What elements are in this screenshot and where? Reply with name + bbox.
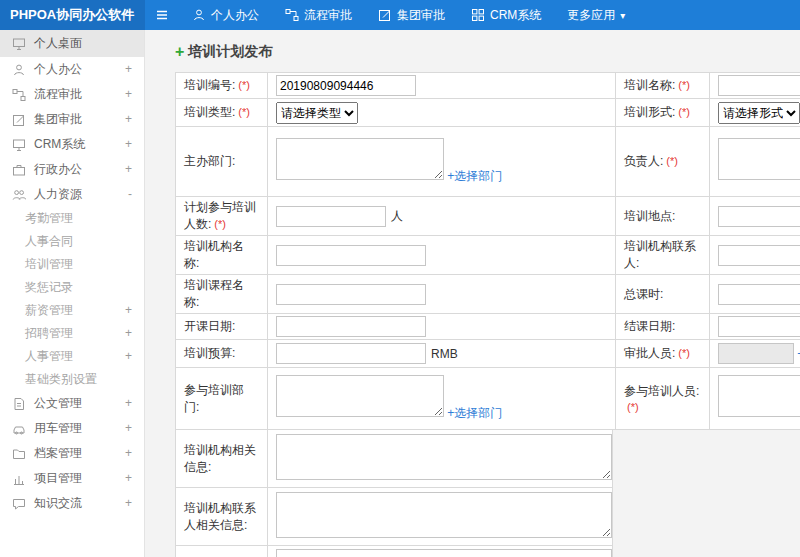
- required-mark: (*): [214, 218, 226, 230]
- sidebar-item-recruitment-management[interactable]: 招聘管理 +: [0, 322, 144, 345]
- nav-item-group-approval[interactable]: 集团审批: [365, 0, 458, 30]
- training-form-table-bottom: 培训机构相关信息: 培训机构联系人相关信息: 培训要求: 附件资料:: [175, 429, 613, 557]
- required-mark: (*): [678, 79, 690, 91]
- main-content: + 培训计划发布 培训编号:(*) 培训名称:(*) 培训类型:(*) 请选择类…: [145, 30, 800, 557]
- training-org-contact-input[interactable]: [718, 245, 800, 266]
- grid-icon: [471, 8, 485, 22]
- sidebar-item-salary-management[interactable]: 薪资管理 +: [0, 299, 144, 322]
- nav-label: 流程审批: [304, 7, 352, 24]
- training-location-input[interactable]: [718, 206, 800, 227]
- sidebar-item-basic-category-settings[interactable]: 基础类别设置: [0, 368, 144, 391]
- leader-textarea[interactable]: [718, 138, 800, 180]
- training-requirements-textarea[interactable]: [276, 549, 612, 557]
- sidebar-item-personal-office[interactable]: 个人办公 +: [0, 57, 144, 82]
- nav-item-personal-office[interactable]: 个人办公: [179, 0, 272, 30]
- car-icon: [12, 422, 26, 436]
- field-cell: RMB: [268, 340, 616, 368]
- sidebar-item-group-approval[interactable]: 集团审批 +: [0, 107, 144, 132]
- field-label: 培训课程名称:: [176, 275, 268, 314]
- field-cell: [268, 275, 616, 314]
- field-label-text: 结课日期:: [624, 319, 675, 333]
- add-icon: +: [175, 45, 184, 59]
- training-org-name-input[interactable]: [276, 245, 426, 266]
- field-cell: 人: [268, 197, 616, 236]
- required-mark: (*): [238, 106, 250, 118]
- sidebar-label: 公文管理: [34, 391, 82, 416]
- org-contact-info-textarea[interactable]: [276, 492, 612, 538]
- hamburger-menu-button[interactable]: [145, 0, 179, 30]
- field-cell: 请选择类型: [268, 99, 616, 127]
- nav-item-crm-system[interactable]: CRM系统: [458, 0, 554, 30]
- sidebar-item-human-resources[interactable]: 人力资源 -: [0, 182, 144, 207]
- org-info-textarea[interactable]: [276, 434, 612, 480]
- field-label: 培训名称:(*): [616, 73, 710, 99]
- field-cell: [710, 236, 800, 275]
- end-date-input[interactable]: [718, 316, 800, 337]
- budget-input[interactable]: [276, 343, 426, 364]
- top-nav: 个人办公 流程审批 集团审批 CRM系统 更多应用 ▾: [179, 0, 638, 30]
- field-label: 审批人员:(*): [616, 340, 710, 368]
- training-form-select[interactable]: 请选择形式: [718, 102, 800, 124]
- field-label: 培训机构相关信息:: [176, 430, 268, 488]
- field-label-text: 负责人:: [624, 154, 663, 168]
- training-number-input[interactable]: [276, 75, 416, 96]
- field-label: 培训要求:: [176, 546, 268, 557]
- nav-item-workflow-approval[interactable]: 流程审批: [272, 0, 365, 30]
- field-cell: [268, 314, 616, 340]
- sidebar-label: 奖惩记录: [25, 276, 73, 299]
- planned-participants-input[interactable]: [276, 206, 386, 227]
- required-mark: (*): [238, 79, 250, 91]
- participants-textarea[interactable]: [718, 375, 800, 417]
- field-label-text: 主办部门:: [184, 154, 235, 168]
- sidebar-label: 集团审批: [34, 107, 82, 132]
- sidebar-item-personnel-contract[interactable]: 人事合同: [0, 230, 144, 253]
- total-hours-input[interactable]: [718, 284, 800, 305]
- required-mark: (*): [678, 347, 690, 359]
- field-cell: +选择审批人员: [710, 340, 800, 368]
- sidebar-item-archive-management[interactable]: 档案管理 +: [0, 441, 144, 466]
- field-cell: [710, 275, 800, 314]
- host-department-textarea[interactable]: [276, 138, 444, 180]
- nav-label: CRM系统: [490, 7, 541, 24]
- sidebar-item-workflow-approval[interactable]: 流程审批 +: [0, 82, 144, 107]
- approver-input[interactable]: [718, 343, 794, 364]
- sidebar-item-personnel-management[interactable]: 人事管理 +: [0, 345, 144, 368]
- briefcase-icon: [12, 163, 26, 177]
- field-label: 培训地点:: [616, 197, 710, 236]
- field-cell: 请选择形式: [710, 99, 800, 127]
- course-name-input[interactable]: [276, 284, 426, 305]
- expand-indicator: +: [125, 441, 132, 466]
- workflow-icon: [285, 8, 299, 22]
- sidebar-item-admin-office[interactable]: 行政办公 +: [0, 157, 144, 182]
- expand-indicator: +: [125, 416, 132, 441]
- required-mark: (*): [678, 106, 690, 118]
- people-icon: [12, 188, 26, 202]
- sidebar-item-crm-system[interactable]: CRM系统 +: [0, 132, 144, 157]
- expand-indicator: +: [125, 322, 132, 345]
- training-type-select[interactable]: 请选择类型: [276, 102, 358, 124]
- sidebar-label: 个人办公: [34, 57, 82, 82]
- sidebar-item-attendance-management[interactable]: 考勤管理: [0, 207, 144, 230]
- field-cell: [268, 546, 613, 557]
- sidebar-item-training-management[interactable]: 培训管理: [0, 253, 144, 276]
- sidebar-item-knowledge-exchange[interactable]: 知识交流 +: [0, 491, 144, 516]
- sidebar-item-vehicle-management[interactable]: 用车管理 +: [0, 416, 144, 441]
- sidebar-item-document-management[interactable]: 公文管理 +: [0, 391, 144, 416]
- select-department-link[interactable]: +选择部门: [447, 405, 502, 422]
- field-cell: [268, 488, 613, 546]
- start-date-input[interactable]: [276, 316, 426, 337]
- sidebar-item-reward-punishment[interactable]: 奖惩记录: [0, 276, 144, 299]
- sidebar: 个人桌面 个人办公 + 流程审批 + 集团审批 + CRM系统 + 行政办公 +…: [0, 30, 145, 557]
- sidebar-item-project-management[interactable]: 项目管理 +: [0, 466, 144, 491]
- field-label-text: 培训机构相关信息:: [184, 443, 256, 474]
- field-label-text: 培训地点:: [624, 209, 675, 223]
- training-name-input[interactable]: [718, 75, 800, 96]
- expand-indicator: +: [125, 82, 132, 107]
- participating-departments-textarea[interactable]: [276, 375, 444, 417]
- sidebar-item-personal-desktop[interactable]: 个人桌面: [0, 30, 144, 57]
- select-department-link[interactable]: +选择部门: [447, 168, 502, 185]
- folder-icon: [12, 447, 26, 461]
- collapse-indicator: -: [128, 182, 132, 207]
- nav-item-more-apps[interactable]: 更多应用 ▾: [554, 0, 638, 30]
- field-cell: [268, 73, 616, 99]
